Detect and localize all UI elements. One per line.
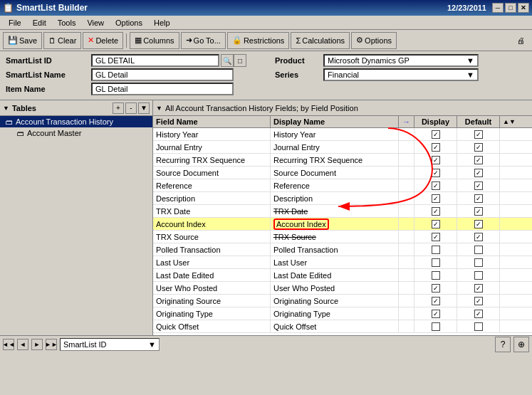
default-checkbox[interactable] — [474, 271, 483, 280]
item-name-input[interactable] — [91, 83, 234, 95]
cell-display[interactable] — [414, 154, 457, 166]
default-checkbox[interactable] — [474, 310, 483, 318]
default-checkbox[interactable] — [474, 258, 483, 267]
cell-default[interactable] — [457, 256, 500, 268]
cell-display[interactable] — [414, 231, 457, 243]
menu-edit[interactable]: Edit — [27, 17, 52, 28]
tree-item-account-transaction-history[interactable]: 🗃 Account Transaction History — [0, 116, 152, 127]
cell-display[interactable] — [414, 128, 457, 140]
cell-display[interactable] — [414, 192, 457, 204]
display-checkbox[interactable] — [432, 284, 440, 293]
cell-default[interactable] — [457, 205, 500, 217]
cell-display[interactable] — [414, 141, 457, 153]
display-checkbox[interactable] — [432, 143, 440, 152]
goto-button[interactable]: ➜ Go To... — [181, 32, 226, 49]
cell-display[interactable] — [414, 269, 457, 281]
cell-display[interactable] — [414, 320, 457, 332]
options-button[interactable]: ⚙ Options — [351, 32, 397, 49]
default-checkbox[interactable] — [474, 181, 483, 190]
cell-default[interactable] — [457, 141, 500, 153]
default-checkbox[interactable] — [474, 284, 483, 293]
cell-default[interactable] — [457, 218, 500, 230]
default-checkbox[interactable] — [474, 207, 483, 216]
series-dropdown[interactable]: Financial ▼ — [323, 68, 479, 81]
cell-display[interactable] — [414, 256, 457, 268]
cell-display[interactable] — [414, 295, 457, 307]
calculations-button[interactable]: Σ Calculations — [291, 32, 350, 49]
default-checkbox[interactable] — [474, 143, 483, 152]
cell-default[interactable] — [457, 231, 500, 243]
default-checkbox[interactable] — [474, 297, 483, 305]
cell-display[interactable] — [414, 179, 457, 191]
smartlist-id-extra-btn[interactable]: □ — [234, 54, 246, 67]
grid-body[interactable]: History Year History Year Journal Entry … — [153, 128, 532, 335]
display-checkbox[interactable] — [432, 246, 440, 254]
cell-default[interactable] — [457, 243, 500, 256]
product-dropdown[interactable]: Microsoft Dynamics GP ▼ — [323, 54, 479, 67]
default-checkbox[interactable] — [474, 130, 483, 139]
default-checkbox[interactable] — [474, 233, 483, 241]
display-checkbox[interactable] — [432, 233, 440, 241]
tree-item-account-master[interactable]: 🗃 Account Master — [0, 127, 152, 139]
clear-button[interactable]: 🗒 Clear — [43, 32, 81, 49]
default-checkbox[interactable] — [474, 194, 483, 203]
cell-display[interactable] — [414, 167, 457, 179]
table-options-button[interactable]: ▼ — [138, 102, 150, 114]
display-checkbox[interactable] — [432, 258, 440, 267]
menu-options[interactable]: Options — [110, 17, 148, 28]
cell-default[interactable] — [457, 179, 500, 191]
add-table-button[interactable]: + — [113, 102, 124, 114]
remove-table-button[interactable]: - — [125, 102, 137, 114]
nav-last-button[interactable]: ►► — [46, 339, 57, 350]
expand-button[interactable]: ⊕ — [513, 337, 529, 352]
menu-view[interactable]: View — [81, 17, 110, 28]
display-checkbox[interactable] — [432, 322, 440, 331]
close-button[interactable]: ✕ — [518, 3, 529, 13]
smartlist-id-input[interactable] — [91, 54, 219, 67]
display-checkbox[interactable] — [432, 130, 440, 139]
cell-display[interactable] — [414, 282, 457, 294]
print-button[interactable]: 🖨 — [513, 32, 529, 49]
nav-next-button[interactable]: ► — [31, 339, 43, 350]
menu-file[interactable]: File — [3, 17, 27, 28]
nav-prev-button[interactable]: ◄ — [17, 339, 28, 350]
default-checkbox[interactable] — [474, 246, 483, 254]
display-checkbox[interactable] — [432, 310, 440, 318]
cell-default[interactable] — [457, 167, 500, 179]
default-checkbox[interactable] — [474, 169, 483, 177]
menu-tools[interactable]: Tools — [52, 17, 82, 28]
smartlist-id-search-btn[interactable]: 🔍 — [221, 54, 234, 67]
smartlist-name-input[interactable] — [91, 68, 234, 81]
delete-button[interactable]: ✕ Delete — [83, 32, 123, 49]
cell-default[interactable] — [457, 320, 500, 332]
display-checkbox[interactable] — [432, 220, 440, 228]
cell-display[interactable] — [414, 243, 457, 256]
cell-display[interactable] — [414, 205, 457, 217]
display-checkbox[interactable] — [432, 207, 440, 216]
cell-default[interactable] — [457, 128, 500, 140]
cell-default[interactable] — [457, 154, 500, 166]
minimize-button[interactable]: ─ — [492, 3, 504, 13]
cell-default[interactable] — [457, 269, 500, 281]
save-button[interactable]: 💾 Save — [3, 32, 42, 49]
nav-first-button[interactable]: ◄◄ — [3, 339, 14, 350]
menu-help[interactable]: Help — [148, 17, 176, 28]
default-checkbox[interactable] — [474, 220, 483, 228]
cell-default[interactable] — [457, 282, 500, 294]
display-checkbox[interactable] — [432, 271, 440, 280]
display-checkbox[interactable] — [432, 169, 440, 177]
cell-default[interactable] — [457, 192, 500, 204]
status-dropdown[interactable]: SmartList ID ▼ — [60, 338, 160, 351]
cell-display[interactable] — [414, 307, 457, 320]
cell-default[interactable] — [457, 307, 500, 320]
display-checkbox[interactable] — [432, 297, 440, 305]
display-checkbox[interactable] — [432, 181, 440, 190]
default-checkbox[interactable] — [474, 322, 483, 331]
cell-default[interactable] — [457, 295, 500, 307]
restrictions-button[interactable]: 🔒 Restrictions — [227, 32, 289, 49]
default-checkbox[interactable] — [474, 156, 483, 164]
display-checkbox[interactable] — [432, 156, 440, 164]
columns-button[interactable]: ▦ Columns — [130, 32, 179, 49]
maximize-button[interactable]: □ — [505, 3, 516, 13]
cell-display[interactable] — [414, 218, 457, 230]
